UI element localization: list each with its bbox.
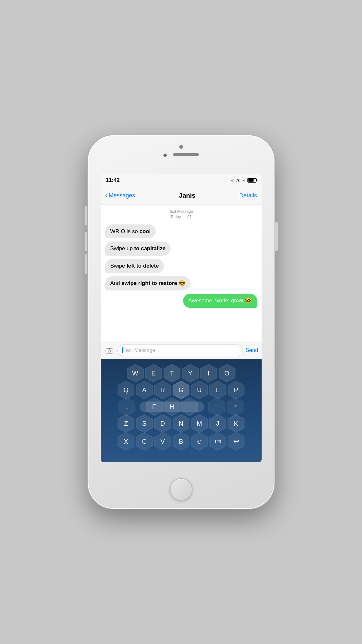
message-bubble-row: WRIO is so cool — [105, 224, 257, 239]
key-H[interactable]: H — [163, 397, 181, 416]
details-button[interactable]: Details — [239, 192, 257, 199]
battery-icon — [247, 178, 256, 183]
key-question[interactable]: ?' — [226, 397, 244, 416]
cursor — [122, 347, 123, 353]
bubble-received: Swipe left to delete — [105, 259, 164, 273]
key-Y[interactable]: Y — [181, 364, 199, 383]
key-X[interactable]: X — [117, 432, 135, 451]
key-O[interactable]: O — [218, 364, 236, 383]
input-placeholder: Text Message — [124, 347, 155, 353]
battery-percent: 76 % — [236, 178, 246, 183]
wrio-keyboard[interactable]: W E T Y I — [101, 359, 262, 462]
key-G[interactable]: G — [172, 380, 190, 400]
message-bubble-row: Awesome, works great 🤓 — [105, 294, 257, 308]
svg-point-1 — [108, 350, 111, 352]
key-123[interactable]: 123 — [209, 432, 227, 451]
screen: 11:42 ✲ 76 % ‹ Messages Janis Details Te… — [101, 174, 262, 462]
nav-bar: ‹ Messages Janis Details — [101, 187, 262, 204]
key-comma[interactable]: ,, — [118, 397, 136, 416]
message-date: Text Message Today 11:37 — [105, 209, 257, 220]
bubble-received: And swipe right to restore 😎 — [105, 276, 191, 290]
phone-top-sensors — [163, 145, 199, 157]
message-bubble-row: Swipe left to delete — [105, 259, 257, 273]
key-K[interactable]: K — [227, 414, 245, 433]
key-N[interactable]: N — [172, 414, 190, 433]
back-chevron-icon: ‹ — [105, 192, 107, 199]
input-area: Text Message Send — [101, 341, 262, 359]
message-bubble-row: And swipe right to restore 😎 — [105, 276, 257, 290]
key-exclaim[interactable]: !" — [208, 397, 226, 416]
key-W[interactable]: W — [126, 364, 144, 383]
camera-dot — [179, 145, 183, 149]
phone-frame: 11:42 ✲ 76 % ‹ Messages Janis Details Te… — [88, 135, 274, 509]
key-space[interactable]: _ _ — [181, 397, 199, 416]
back-button[interactable]: ‹ Messages — [105, 192, 135, 199]
key-E[interactable]: E — [145, 364, 162, 383]
svg-rect-2 — [108, 348, 111, 349]
key-A[interactable]: A — [135, 380, 153, 400]
key-P[interactable]: P — [227, 380, 245, 400]
key-F[interactable]: F — [145, 397, 163, 416]
messages-area: Text Message Today 11:37 WRIO is so cool… — [101, 204, 262, 341]
bluetooth-icon: ✲ — [230, 178, 234, 183]
key-T[interactable]: T — [163, 364, 181, 383]
key-emoji[interactable]: ☺ — [190, 432, 208, 451]
status-icons: ✲ 76 % — [230, 178, 256, 183]
key-J[interactable]: J — [209, 414, 227, 433]
key-M[interactable]: M — [190, 414, 208, 433]
message-bubble-row: Swipe up to capitalize — [105, 242, 257, 256]
speaker — [173, 153, 199, 156]
front-camera — [163, 154, 167, 157]
key-Z[interactable]: Z — [117, 414, 135, 433]
status-bar: 11:42 ✲ 76 % — [101, 174, 262, 187]
text-input[interactable]: Text Message — [117, 345, 243, 356]
key-I[interactable]: I — [200, 364, 218, 383]
home-button[interactable] — [170, 478, 192, 501]
key-return[interactable]: ↩ — [227, 432, 245, 451]
key-B[interactable]: B — [172, 432, 190, 451]
status-time: 11:42 — [106, 177, 120, 184]
key-D[interactable]: D — [154, 414, 172, 433]
back-label: Messages — [109, 192, 135, 199]
key-C[interactable]: C — [135, 432, 153, 451]
key-V[interactable]: V — [154, 432, 172, 451]
key-U[interactable]: U — [190, 380, 208, 400]
bubble-received: WRIO is so cool — [105, 224, 156, 239]
bubble-sent: Awesome, works great 🤓 — [183, 294, 257, 308]
key-R[interactable]: R — [154, 380, 172, 400]
key-Q[interactable]: Q — [117, 380, 135, 400]
nav-title: Janis — [179, 192, 195, 199]
svg-rect-0 — [106, 349, 113, 353]
key-S[interactable]: S — [135, 414, 153, 433]
send-button[interactable]: Send — [246, 347, 258, 354]
key-L[interactable]: L — [209, 380, 227, 400]
bubble-received: Swipe up to capitalize — [105, 242, 171, 256]
camera-button[interactable] — [104, 345, 115, 356]
